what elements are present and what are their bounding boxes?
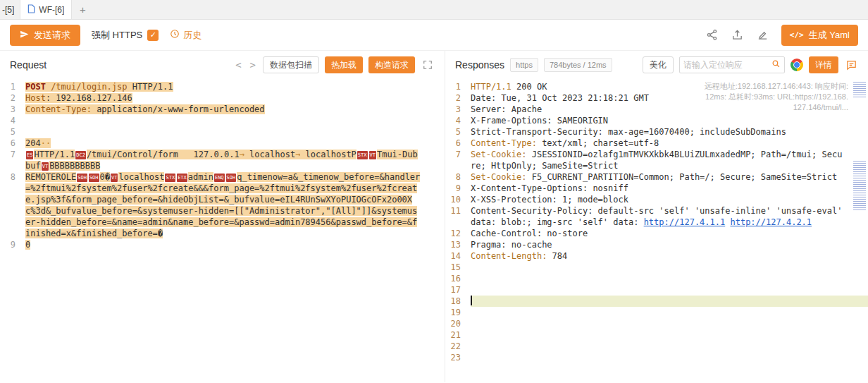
comment-icon[interactable] (844, 58, 858, 72)
code-content[interactable]: ESHTTP/1.1DC2/tmui/Control/form 127.0.0.… (25, 149, 445, 171)
packet-scan-button[interactable]: 数据包扫描 (263, 56, 319, 73)
code-token: Server: Apache (471, 104, 542, 114)
code-line[interactable]: 3Content-Type: application/x-www-form-ur… (0, 104, 445, 115)
code-content[interactable]: Server: Apache (471, 104, 868, 115)
code-line[interactable]: 11Content-Security-Policy: default-src '… (445, 205, 868, 228)
code-line[interactable]: 8Set-Cookie: F5_CURRENT_PARTITION=Common… (445, 171, 868, 183)
code-line[interactable]: 3Server: Apache (445, 104, 868, 115)
hot-reload-button[interactable]: 热加载 (325, 56, 363, 73)
code-content[interactable] (471, 307, 868, 318)
code-content[interactable]: 0 (25, 239, 445, 250)
code-line[interactable]: 8REMOTEROLESOHSOH0�VTlocalhostSTXETXadmi… (0, 171, 445, 239)
code-token: REMOTEROLE (25, 172, 76, 182)
code-line[interactable]: 1POST /tmui/login.jsp HTTP/1.1 (0, 81, 445, 92)
code-line[interactable]: 12Cache-Control: no-store (445, 228, 868, 239)
search-input[interactable] (683, 60, 771, 70)
code-content[interactable] (471, 273, 868, 284)
prev-packet-arrow[interactable]: < (234, 59, 242, 71)
code-line[interactable]: 4 (0, 115, 445, 126)
code-content[interactable]: Pragma: no-cache (471, 239, 868, 250)
code-line[interactable]: 21 (445, 329, 868, 341)
code-content[interactable]: Content-Security-Policy: default-src 'se… (471, 205, 868, 228)
code-line[interactable]: 16 (445, 273, 868, 284)
code-line[interactable]: 14Content-Length: 784 (445, 250, 868, 262)
code-content[interactable]: HTTP/1.1 200 OK (471, 81, 868, 92)
history-button[interactable]: 历史 (170, 29, 202, 42)
code-line[interactable]: 9X-Content-Type-Options: nosniff (445, 183, 868, 194)
code-line[interactable]: 20 (445, 318, 868, 329)
code-content[interactable] (471, 262, 868, 273)
code-content[interactable]: Set-Cookie: F5_CURRENT_PARTITION=Common;… (471, 171, 868, 183)
code-content[interactable]: REMOTEROLESOHSOH0�VTlocalhostSTXETXadmin… (25, 171, 445, 239)
code-line[interactable]: 19 (445, 307, 868, 318)
code-content[interactable] (25, 126, 445, 138)
code-token: JSESSIONID=ozlafg1mTMVKXkbk4BLUiZULmxade… (471, 150, 842, 171)
line-number: 5 (445, 126, 471, 138)
code-content[interactable] (25, 115, 445, 126)
code-token: BBBBBBBBBB (49, 161, 100, 171)
request-editor[interactable]: 1POST /tmui/login.jsp HTTP/1.12Host: 192… (0, 79, 445, 382)
code-line[interactable]: 7ESHTTP/1.1DC2/tmui/Control/form 127.0.0… (0, 149, 445, 171)
code-line[interactable]: 22 (445, 341, 868, 352)
code-line[interactable]: 17 (445, 284, 868, 296)
code-content[interactable]: X-Content-Type-Options: nosniff (471, 183, 868, 194)
tab-prev[interactable]: -[5] (0, 0, 20, 19)
code-line[interactable]: 18 (445, 296, 868, 307)
code-content[interactable]: POST /tmui/login.jsp HTTP/1.1 (25, 81, 445, 92)
code-line[interactable]: 1HTTP/1.1 200 OK (445, 81, 868, 92)
code-token: ·· (41, 138, 51, 148)
code-content[interactable]: Cache-Control: no-store (471, 228, 868, 239)
code-content[interactable] (471, 329, 868, 341)
code-line[interactable]: 2Date: Tue, 31 Oct 2023 21:18:21 GMT (445, 92, 868, 104)
export-icon[interactable] (731, 28, 745, 42)
code-content[interactable]: Content-Type: application/x-www-form-url… (25, 104, 445, 115)
code-line[interactable]: 6204·· (0, 138, 445, 149)
code-line[interactable]: 7Set-Cookie: JSESSIONID=ozlafg1mTMVKXkbk… (445, 149, 868, 171)
code-content[interactable]: Content-Type: text/xml; charset=utf-8 (471, 138, 868, 149)
code-content[interactable] (471, 284, 868, 296)
search-icon[interactable] (771, 59, 781, 71)
code-line[interactable]: 4X-Frame-Options: SAMEORIGIN (445, 115, 868, 126)
control-char-badge: STX (357, 151, 368, 159)
code-line[interactable]: 23 (445, 352, 868, 363)
code-content[interactable]: Content-Length: 784 (471, 250, 868, 262)
code-line[interactable]: 13Pragma: no-cache (445, 239, 868, 250)
send-request-button[interactable]: 发送请求 (10, 25, 80, 46)
code-content[interactable]: X-Frame-Options: SAMEORIGIN (471, 115, 868, 126)
code-line[interactable]: 90 (0, 239, 445, 250)
code-content[interactable] (471, 318, 868, 329)
code-line[interactable]: 5 (0, 126, 445, 138)
code-content[interactable] (471, 352, 868, 363)
url-link[interactable]: http://127.4.2.1 (730, 217, 812, 227)
line-number: 4 (445, 115, 471, 126)
code-content[interactable]: X-XSS-Protection: 1; mode=block (471, 194, 868, 205)
code-content[interactable] (471, 296, 868, 307)
code-content[interactable]: Host: 192.168.127.146 (25, 92, 445, 104)
code-content[interactable]: Strict-Transport-Security: max-age=16070… (471, 126, 868, 138)
code-line[interactable]: 6Content-Type: text/xml; charset=utf-8 (445, 138, 868, 149)
fullscreen-icon[interactable] (421, 58, 435, 72)
beautify-button[interactable]: 美化 (643, 56, 674, 73)
url-link[interactable]: http://127.4.1.1 (644, 217, 726, 227)
minimap[interactable] (851, 79, 868, 382)
locate-response-search (679, 56, 785, 73)
code-line[interactable]: 10X-XSS-Protection: 1; mode=block (445, 194, 868, 205)
tab-active[interactable]: WF-[6] (20, 0, 72, 19)
code-content[interactable] (471, 341, 868, 352)
share-icon[interactable] (705, 28, 719, 42)
detail-button[interactable]: 详情 (809, 56, 838, 73)
build-request-button[interactable]: 构造请求 (368, 56, 415, 73)
code-content[interactable]: 204·· (25, 138, 445, 149)
generate-yaml-button[interactable]: </> 生成 Yaml (781, 25, 858, 46)
code-content[interactable]: Date: Tue, 31 Oct 2023 21:18:21 GMT (471, 92, 868, 104)
code-line[interactable]: 2Host: 192.168.127.146 (0, 92, 445, 104)
edit-icon[interactable] (756, 28, 770, 42)
force-https-checkbox[interactable]: ✓ (147, 30, 159, 41)
response-editor[interactable]: 远程地址:192.168.127.146:443: 响应时间:12ms: 总耗时… (445, 79, 868, 382)
next-packet-arrow[interactable]: > (249, 59, 257, 71)
open-in-browser-icon[interactable] (790, 59, 803, 71)
code-line[interactable]: 15 (445, 262, 868, 273)
code-line[interactable]: 5Strict-Transport-Security: max-age=1607… (445, 126, 868, 138)
code-content[interactable]: Set-Cookie: JSESSIONID=ozlafg1mTMVKXkbk4… (471, 149, 868, 171)
add-tab-button[interactable]: + (72, 0, 93, 19)
